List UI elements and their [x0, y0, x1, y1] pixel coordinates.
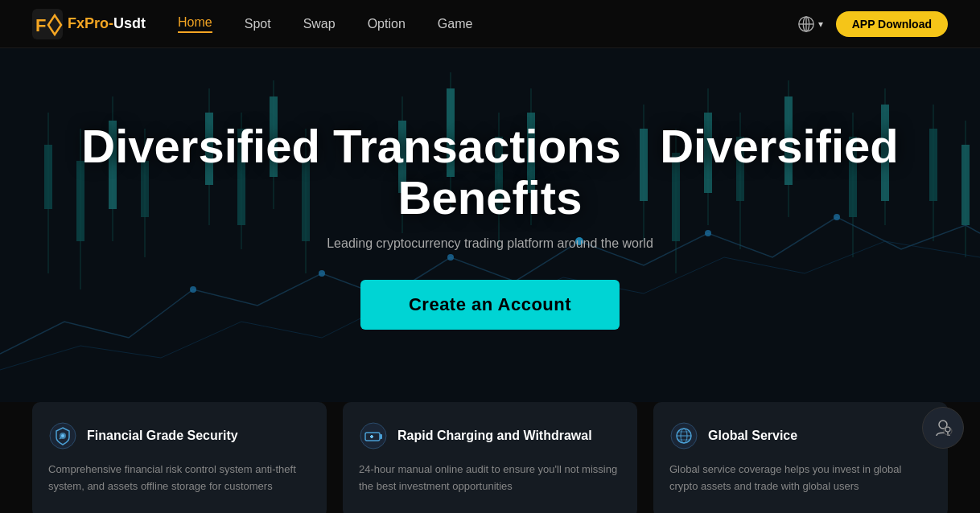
- svg-rect-61: [380, 434, 382, 439]
- feature-card-charging: Rapid Charging and Withdrawal 24-hour ma…: [343, 402, 637, 513]
- feature-title-charging: Rapid Charging and Withdrawal: [397, 429, 592, 443]
- nav-swap[interactable]: Swap: [303, 17, 336, 31]
- hero-section: Diversified Transactions Diversified Ben…: [0, 48, 980, 402]
- nav-links: Home Spot Swap Option Game: [178, 15, 797, 33]
- svg-text:F: F: [35, 15, 46, 35]
- chevron-down-icon: ▾: [818, 18, 823, 30]
- feature-title-security: Financial Grade Security: [87, 429, 238, 443]
- features-section: Financial Grade Security Comprehensive f…: [0, 402, 980, 513]
- hero-content: Diversified Transactions Diversified Ben…: [0, 121, 980, 330]
- support-icon: [932, 417, 954, 439]
- charging-icon: [359, 421, 388, 450]
- app-download-button[interactable]: APP Download: [836, 11, 948, 37]
- hero-subtitle: Leading cryptocurrency trading platform …: [0, 236, 980, 251]
- nav-right: ▾ APP Download: [797, 11, 948, 37]
- logo[interactable]: F FxPro-Usdt: [32, 9, 146, 39]
- feature-desc-global: Global service coverage helps you invest…: [669, 462, 932, 495]
- nav-home[interactable]: Home: [178, 15, 212, 33]
- nav-spot[interactable]: Spot: [245, 17, 271, 31]
- feature-desc-charging: 24-hour manual online audit to ensure yo…: [359, 462, 621, 495]
- feature-card-security: Financial Grade Security Comprehensive f…: [32, 402, 327, 513]
- feature-header-charging: Rapid Charging and Withdrawal: [359, 421, 621, 450]
- feature-header-security: Financial Grade Security: [48, 421, 311, 450]
- support-fab[interactable]: [922, 407, 964, 449]
- feature-header-global: Global Service: [669, 421, 932, 450]
- hero-title: Diversified Transactions Diversified Ben…: [0, 121, 980, 224]
- nav-option[interactable]: Option: [368, 17, 406, 31]
- feature-desc-security: Comprehensive financial risk control sys…: [48, 462, 311, 495]
- nav-game[interactable]: Game: [438, 17, 473, 31]
- language-selector[interactable]: ▾: [797, 15, 823, 33]
- svg-point-74: [947, 434, 949, 436]
- create-account-button[interactable]: Create an Account: [360, 280, 620, 330]
- feature-title-global: Global Service: [708, 429, 797, 443]
- navbar: F FxPro-Usdt Home Spot Swap Option Game …: [0, 0, 980, 48]
- svg-point-57: [61, 434, 64, 437]
- feature-card-global: Global Service Global service coverage h…: [653, 402, 948, 513]
- security-icon: [48, 421, 77, 450]
- global-icon: [669, 421, 698, 450]
- logo-text: FxPro-Usdt: [68, 15, 146, 32]
